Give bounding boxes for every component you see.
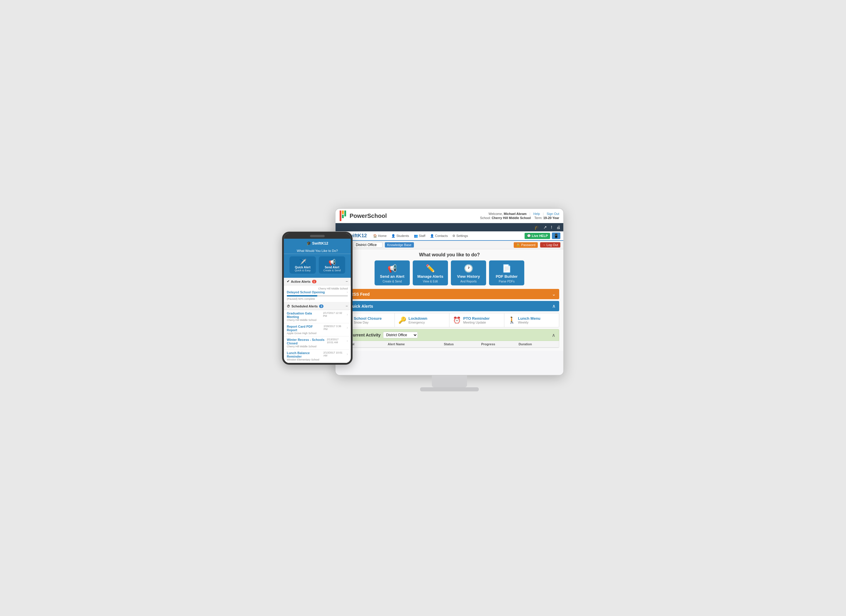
help-link[interactable]: Help <box>533 212 540 216</box>
col-duration: Duration <box>519 343 556 346</box>
phone-brand-icon: 🎓 <box>307 241 311 246</box>
nav-contacts[interactable]: 👤 Contacts <box>429 234 449 238</box>
nav-home[interactable]: 🏠 Home <box>372 234 388 238</box>
main-content: What would you like to do? 📢 Send an Ale… <box>335 249 563 351</box>
clock-icon: 🕐 <box>464 264 473 273</box>
chevron-right-icon: › <box>347 290 348 294</box>
current-activity-bar: ⏻ Current Activity District Office ∧ <box>340 329 559 341</box>
powerschool-topbar: PowerSchool Welcome, Michael Abram | Hel… <box>335 209 563 223</box>
phone-brand-text: SwiftK12 <box>312 241 328 246</box>
activity-school-select[interactable]: District Office <box>383 332 418 338</box>
person-icon: 🚶 <box>508 316 516 324</box>
activity-header-row: Control Alert Name Status Progress Durat… <box>340 341 559 348</box>
ps-logo-text: PowerSchool <box>350 213 387 219</box>
scene: PowerSchool Welcome, Michael Abram | Hel… <box>282 208 564 408</box>
alert-icon[interactable]: ! <box>551 225 552 229</box>
chevron-icon-3: › <box>347 352 348 356</box>
view-history-button[interactable]: 🕐 View History And Reports <box>451 260 486 285</box>
password-button[interactable]: 🔒 Password <box>514 242 538 248</box>
ps-logo: PowerSchool <box>340 210 387 221</box>
manage-alerts-button[interactable]: ✏️ Manage Alerts View & Edit <box>413 260 448 285</box>
scheduled-minus-icon[interactable]: − <box>345 304 348 308</box>
desktop-monitor: PowerSchool Welcome, Michael Abram | Hel… <box>335 208 564 390</box>
checkmark-icon: ✔ <box>287 279 289 283</box>
quick-alerts-toggle-icon: ∧ <box>552 303 556 309</box>
scheduled-badge: 3 <box>319 304 323 308</box>
export-icon[interactable]: ↗ <box>543 225 547 229</box>
nav-students[interactable]: 👤 Students <box>390 234 410 238</box>
phone-megaphone-icon: 📢 <box>320 259 344 266</box>
rss-feed-bar[interactable]: 📡 RSS Feed ⌄ <box>340 289 559 299</box>
ps-dark-nav: 🎓 ↗ ! 🖨 <box>335 223 563 231</box>
action-buttons-row: 📢 Send an Alert Create & Send ✏️ Manage … <box>340 260 559 285</box>
sk12-nav: 🎓 SwiftK12 🏠 Home 👤 Students 👥 Staff 👤 C… <box>335 231 563 241</box>
phone-notch-pill <box>310 235 325 237</box>
ps-logo-icon <box>340 210 348 221</box>
active-alert-item[interactable]: Cherry Hill Middle School Delayed School… <box>284 285 351 303</box>
signout-link[interactable]: Sign Out <box>546 212 559 216</box>
phone-send-alert-btn[interactable]: 📢 Send Alert Create & Send <box>319 256 345 273</box>
mobile-phone: 🎓 SwiftK12 What Would You Like to Do? ✈️… <box>282 232 352 365</box>
welcome-text: Welcome, Michael Abram <box>488 212 527 216</box>
nav-settings[interactable]: ⚙ Settings <box>451 234 469 238</box>
col-alert-name: Alert Name <box>388 343 444 346</box>
col-status: Status <box>444 343 481 346</box>
clock-qa-icon: ⏰ <box>453 316 461 324</box>
phone-quick-alert-btn[interactable]: ✈️ Quick Alert Quick & Easy <box>289 256 316 273</box>
phone-header: 🎓 SwiftK12 <box>284 239 351 248</box>
scheduled-alerts-actions: − <box>345 304 348 308</box>
qa-lunch-menu[interactable]: 🚶 Lunch Menu Weekly <box>504 313 559 327</box>
phone-subheader: What Would You Like to Do? <box>284 248 351 254</box>
send-alert-button[interactable]: 📢 Send an Alert Create & Send <box>375 260 410 285</box>
print-icon[interactable]: 🖨 <box>556 225 560 229</box>
chevron-icon-1: › <box>347 326 348 330</box>
live-help-button[interactable]: 💬 Live HELP <box>524 233 550 239</box>
megaphone-icon: 📢 <box>388 264 397 273</box>
scheduled-alerts-title: ⏱ Scheduled Alerts 3 <box>287 304 323 308</box>
qa-lockdown[interactable]: 🔑 Lockdown Emergency <box>395 313 450 327</box>
svg-rect-3 <box>342 215 344 218</box>
alert-progress-bar <box>287 295 348 297</box>
svg-rect-2 <box>344 210 346 216</box>
key-icon: 🔑 <box>398 316 406 324</box>
svg-rect-0 <box>340 210 341 221</box>
scheduled-item-0[interactable]: Graduation Gala Meeting Cherry Hill Midd… <box>284 310 351 323</box>
monitor-stand <box>432 375 467 387</box>
activity-toggle-icon[interactable]: ∧ <box>552 332 555 338</box>
mobile-icon-button[interactable]: 📱 <box>552 232 560 239</box>
chevron-icon-0: › <box>347 312 348 316</box>
edit-icon: ✏️ <box>426 264 435 273</box>
scheduled-item-2[interactable]: Winter Recess - Schools Closed Cherry Hi… <box>284 337 351 350</box>
minus-icon[interactable]: − <box>345 279 348 284</box>
pdf-icon: 📄 <box>502 264 511 273</box>
logout-button[interactable]: → Log Out <box>540 242 560 247</box>
scheduled-item-1[interactable]: Report Card PDF Report Apple Grove High … <box>284 323 351 337</box>
active-alerts-section: ✔ Active Alerts 1 − <box>284 278 351 285</box>
plane-icon: ✈️ <box>291 259 315 266</box>
pdf-builder-button[interactable]: 📄 PDF Builder Parse PDFs <box>489 260 524 285</box>
col-progress: Progress <box>481 343 518 346</box>
active-alerts-title: ✔ Active Alerts 1 <box>287 279 316 283</box>
scheduled-alerts-section: ⏱ Scheduled Alerts 3 − <box>284 303 351 310</box>
current-activity-label: ⏻ Current Activity District Office <box>344 332 549 338</box>
quick-alerts-bar[interactable]: ✈ Quick Alerts ∧ <box>340 301 559 311</box>
school-select[interactable]: District Office <box>354 242 382 248</box>
qa-pto-reminder[interactable]: ⏰ PTO Reminder Meeting Update <box>449 313 504 327</box>
quick-alerts-grid: 🌨️ School Closure Snow Day 🔑 Lockdown Em… <box>340 313 559 327</box>
clock-phone-icon: ⏱ <box>287 304 290 308</box>
phone-action-row: ✈️ Quick Alert Quick & Easy 📢 Send Alert… <box>284 254 351 278</box>
nav-staff[interactable]: 👥 Staff <box>413 234 427 238</box>
active-badge: 1 <box>312 280 316 283</box>
chevron-icon-2: › <box>347 339 348 343</box>
active-alerts-actions: − <box>345 279 348 284</box>
knowledge-base-button[interactable]: Knowledge Base <box>385 242 414 247</box>
graduation-cap-icon[interactable]: 🎓 <box>534 225 539 229</box>
school-bar: School: District Office Knowledge Base 🔒… <box>335 241 563 249</box>
monitor-shell: PowerSchool Welcome, Michael Abram | Hel… <box>335 208 564 375</box>
alert-progress-fill <box>287 295 317 297</box>
live-help-icon: 💬 <box>527 234 531 238</box>
page-title: What would you like to do? <box>340 252 559 257</box>
scheduled-item-3[interactable]: Lunch Balance Reminder Winston Elementar… <box>284 350 351 363</box>
monitor-base <box>420 387 479 391</box>
activity-table: Control Alert Name Status Progress Durat… <box>340 341 559 348</box>
